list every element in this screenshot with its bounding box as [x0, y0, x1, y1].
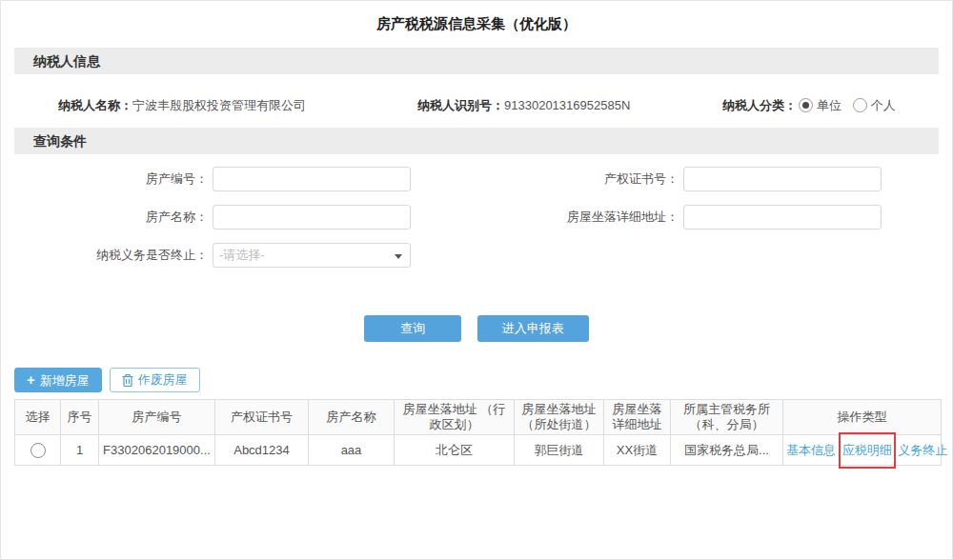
add-house-button[interactable]: +新增房屋	[14, 368, 102, 392]
add-house-label: 新增房屋	[40, 373, 90, 388]
col-header-detail-address: 房屋坐落 详细地址	[604, 400, 671, 435]
col-header-select: 选择	[15, 400, 61, 435]
cell-street: 郭巨街道	[515, 435, 604, 466]
cell-tax-office: 国家税务总局...	[671, 435, 783, 466]
property-name-input[interactable]	[213, 205, 411, 230]
terminate-label: 纳税义务是否终止：	[14, 247, 213, 264]
terminate-select-value: -请选择-	[219, 247, 265, 264]
col-header-tax-office: 所属主管税务所 （科、分局）	[671, 400, 783, 435]
form-row-2: 房产名称： 房屋坐落详细地址：	[14, 205, 939, 230]
col-header-property-no: 房产编号	[99, 400, 215, 435]
cert-no-label: 产权证书号：	[411, 170, 683, 188]
results-table: 选择 序号 房产编号 产权证书号 房产名称 房屋坐落地址 （行政区划） 房屋坐落…	[14, 399, 942, 466]
radio-individual-label[interactable]: 个人	[871, 98, 896, 112]
cell-actions: 基本信息 应税明细 义务终止	[783, 435, 942, 466]
col-header-seq: 序号	[61, 400, 99, 435]
taxpayer-id-label: 纳税人识别号：	[417, 98, 504, 112]
terminate-select[interactable]: -请选择-	[213, 243, 411, 268]
col-header-district: 房屋坐落地址 （行政区划）	[395, 400, 515, 435]
cell-seq: 1	[61, 435, 99, 466]
action-basic-info-link[interactable]: 基本信息	[786, 443, 836, 457]
plus-icon: +	[27, 371, 35, 388]
void-house-button[interactable]: 作废房屋	[110, 368, 200, 392]
trash-icon	[122, 373, 133, 387]
radio-individual[interactable]	[853, 98, 867, 112]
property-name-label: 房产名称：	[14, 209, 213, 226]
cell-name: aaa	[309, 435, 395, 466]
taxpayer-category-group: 纳税人分类：单位 个人	[722, 97, 896, 114]
taxpayer-info-row: 纳税人名称：宁波丰殷股权投资管理有限公司 纳税人识别号：913302013169…	[14, 74, 939, 124]
void-house-label: 作废房屋	[138, 369, 188, 391]
cell-cert-no: Abcd1234	[215, 435, 309, 466]
page-title: 房产税税源信息采集（优化版）	[1, 1, 952, 33]
highlight-box: 应税明细	[839, 432, 896, 469]
chevron-down-icon	[395, 254, 402, 259]
taxpayer-category-label: 纳税人分类：	[722, 98, 797, 112]
taxpayer-name-label: 纳税人名称：	[58, 98, 132, 112]
property-no-label: 房产编号：	[14, 170, 213, 188]
form-row-1: 房产编号： 产权证书号：	[14, 167, 939, 191]
cell-detail-address: XX街道	[604, 435, 671, 466]
cell-district: 北仑区	[395, 435, 515, 466]
taxpayer-id-group: 纳税人识别号：91330201316952585N	[417, 97, 630, 114]
row-select-radio[interactable]	[30, 443, 46, 458]
taxpayer-id-value: 91330201316952585N	[504, 98, 630, 112]
detail-address-label: 房屋坐落详细地址：	[411, 209, 683, 226]
query-section-header: 查询条件	[14, 128, 939, 154]
property-no-input[interactable]	[213, 167, 411, 191]
query-button-row: 查询 进入申报表	[1, 315, 952, 342]
action-terminate-link[interactable]: 义务终止	[898, 443, 947, 457]
col-header-street: 房屋坐落地址 （所处街道）	[515, 400, 604, 435]
table-toolbar: +新增房屋 作废房屋	[14, 368, 952, 392]
query-form: 房产编号： 产权证书号： 房产名称： 房屋坐落详细地址： 纳税义务是否终止： -…	[1, 167, 952, 268]
taxpayer-section-header: 纳税人信息	[14, 48, 939, 74]
radio-unit-label[interactable]: 单位	[817, 98, 841, 112]
detail-address-input[interactable]	[683, 205, 882, 230]
col-header-actions: 操作类型	[783, 400, 942, 435]
form-row-3: 纳税义务是否终止： -请选择-	[14, 243, 939, 268]
col-header-cert-no: 产权证书号	[215, 400, 309, 435]
cert-no-input[interactable]	[683, 167, 882, 191]
action-taxable-detail-link[interactable]: 应税明细	[842, 443, 892, 457]
cell-property-no: F3302062019000...	[99, 435, 215, 466]
page: 房产税税源信息采集（优化版） 纳税人信息 纳税人名称：宁波丰殷股权投资管理有限公…	[0, 0, 953, 560]
taxpayer-name-value: 宁波丰殷股权投资管理有限公司	[132, 98, 306, 112]
query-button[interactable]: 查询	[364, 315, 461, 342]
table-row: 1 F3302062019000... Abcd1234 aaa 北仑区 郭巨街…	[15, 435, 942, 466]
enter-declaration-button[interactable]: 进入申报表	[477, 315, 589, 342]
table-header-row: 选择 序号 房产编号 产权证书号 房产名称 房屋坐落地址 （行政区划） 房屋坐落…	[15, 400, 942, 435]
radio-unit[interactable]	[799, 98, 813, 112]
col-header-name: 房产名称	[309, 400, 395, 435]
taxpayer-name-group: 纳税人名称：宁波丰殷股权投资管理有限公司	[58, 97, 306, 114]
